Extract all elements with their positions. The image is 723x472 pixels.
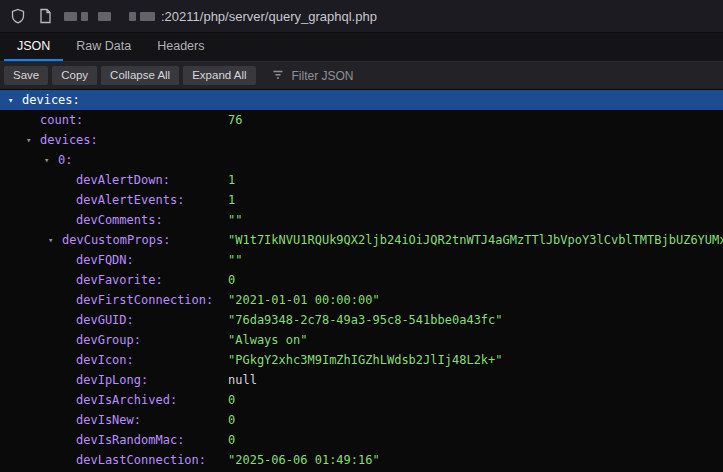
json-value: 1	[228, 170, 723, 190]
expand-toggle-icon[interactable]	[48, 230, 62, 250]
json-row-devIsRandomMac: devIsRandomMac: 0	[0, 430, 723, 450]
toggle-spacer	[62, 190, 76, 210]
json-row-devGUID: devGUID: "76da9348-2c78-49a3-95c8-541bbe…	[0, 310, 723, 330]
redacted-host-block	[129, 12, 136, 21]
filter-json-container	[272, 67, 450, 85]
json-tree: devices: count: 76 devices: 0: devAlertD…	[0, 90, 723, 470]
json-key[interactable]: devFavorite:	[76, 270, 163, 290]
collapse-all-button[interactable]: Collapse All	[101, 66, 179, 86]
json-viewer-tabbar: JSON Raw Data Headers	[0, 33, 723, 62]
toggle-spacer	[62, 330, 76, 350]
json-key[interactable]: devIsArchived:	[76, 390, 177, 410]
json-row-devices-array[interactable]: devices:	[0, 130, 723, 150]
json-key[interactable]: 0:	[58, 150, 72, 170]
json-row-devIsArchived: devIsArchived: 0	[0, 390, 723, 410]
toggle-spacer	[62, 390, 76, 410]
json-key[interactable]: devAlertEvents:	[76, 190, 184, 210]
toggle-spacer	[62, 370, 76, 390]
json-key[interactable]: devices:	[40, 130, 98, 150]
json-row-devCustomProps[interactable]: devCustomProps: "W1t7IkNVU1RQUk9QX2ljb24…	[0, 230, 723, 250]
json-row-devAlertEvents: devAlertEvents: 1	[0, 190, 723, 210]
toggle-spacer	[62, 450, 76, 470]
redacted-host-block	[98, 12, 111, 21]
json-row-devIcon: devIcon: "PGkgY2xhc3M9ImZhIGZhLWdsb2JlIj…	[0, 350, 723, 370]
expand-toggle-icon[interactable]	[8, 90, 22, 110]
url-text[interactable]: :20211/php/server/query_graphql.php	[161, 9, 377, 24]
json-row-devFavorite: devFavorite: 0	[0, 270, 723, 290]
tab-raw-data[interactable]: Raw Data	[63, 33, 144, 61]
json-row-devComments: devComments: ""	[0, 210, 723, 230]
redacted-host-block	[81, 12, 88, 21]
browser-top-bar: :20211/php/server/query_graphql.php	[0, 0, 723, 33]
json-value: "W1t7IkNVU1RQUk9QX2ljb24iOiJQR2tnWTJ4aGM…	[228, 230, 723, 250]
filter-funnel-icon	[272, 67, 284, 85]
filter-json-input[interactable]	[290, 68, 450, 84]
json-key[interactable]: devIsRandomMac:	[76, 430, 184, 450]
toggle-spacer	[62, 270, 76, 290]
redacted-host-block	[64, 12, 77, 21]
json-key[interactable]: devAlertDown:	[76, 170, 170, 190]
toggle-spacer	[62, 410, 76, 430]
json-row-devGroup: devGroup: "Always on"	[0, 330, 723, 350]
toggle-spacer	[62, 310, 76, 330]
json-value	[228, 130, 723, 150]
copy-button[interactable]: Copy	[52, 66, 97, 86]
json-value: 1	[228, 190, 723, 210]
toggle-spacer	[26, 110, 40, 130]
json-value: 0	[228, 390, 723, 410]
json-key[interactable]: devGroup:	[76, 330, 141, 350]
json-row-devIpLong: devIpLong: null	[0, 370, 723, 390]
toggle-spacer	[62, 170, 76, 190]
json-row-devIsNew: devIsNew: 0	[0, 410, 723, 430]
page-icon[interactable]	[38, 8, 52, 24]
shield-icon[interactable]	[10, 8, 26, 24]
json-toolbar: Save Copy Collapse All Expand All	[0, 62, 723, 90]
redacted-host-block	[140, 12, 155, 21]
json-row-count: count: 76	[0, 110, 723, 130]
json-value: "Always on"	[228, 330, 723, 350]
json-key[interactable]: devGUID:	[76, 310, 134, 330]
json-row-devices-root[interactable]: devices:	[0, 90, 723, 110]
json-key[interactable]: devices:	[22, 90, 80, 110]
url-bar[interactable]: :20211/php/server/query_graphql.php	[64, 9, 377, 24]
json-key[interactable]: devIcon:	[76, 350, 134, 370]
json-value: "76da9348-2c78-49a3-95c8-541bbe0a43fc"	[228, 310, 723, 330]
json-value	[228, 150, 723, 170]
json-value: 0	[228, 410, 723, 430]
tab-json[interactable]: JSON	[4, 33, 63, 61]
json-key[interactable]: devIsNew:	[76, 410, 141, 430]
expand-all-button[interactable]: Expand All	[183, 66, 255, 86]
json-value: "2021-01-01 00:00:00"	[228, 290, 723, 310]
json-value	[228, 90, 723, 110]
json-key[interactable]: devComments:	[76, 210, 163, 230]
json-key[interactable]: devFirstConnection:	[76, 290, 213, 310]
toggle-spacer	[62, 210, 76, 230]
json-row-devFQDN: devFQDN: ""	[0, 250, 723, 270]
json-row-devFirstConnection: devFirstConnection: "2021-01-01 00:00:00…	[0, 290, 723, 310]
json-value: 0	[228, 270, 723, 290]
json-value: null	[228, 370, 723, 390]
toggle-spacer	[62, 430, 76, 450]
json-value: "2025-06-06 01:49:16"	[228, 450, 723, 470]
expand-toggle-icon[interactable]	[26, 130, 40, 150]
json-row-item-0[interactable]: 0:	[0, 150, 723, 170]
tab-headers[interactable]: Headers	[144, 33, 217, 61]
save-button[interactable]: Save	[4, 66, 48, 86]
toggle-spacer	[62, 350, 76, 370]
json-value: ""	[228, 250, 723, 270]
toggle-spacer	[62, 250, 76, 270]
json-key[interactable]: devCustomProps:	[62, 230, 170, 250]
json-value: "PGkgY2xhc3M9ImZhIGZhLWdsb2JlIj48L2k+"	[228, 350, 723, 370]
json-row-devAlertDown: devAlertDown: 1	[0, 170, 723, 190]
json-value: 76	[228, 110, 723, 130]
json-value: 0	[228, 430, 723, 450]
toggle-spacer	[62, 290, 76, 310]
json-key[interactable]: count:	[40, 110, 83, 130]
json-value: ""	[228, 210, 723, 230]
json-key[interactable]: devIpLong:	[76, 370, 148, 390]
json-row-devLastConnection: devLastConnection: "2025-06-06 01:49:16"	[0, 450, 723, 470]
expand-toggle-icon[interactable]	[44, 150, 58, 170]
json-key[interactable]: devLastConnection:	[76, 450, 206, 470]
json-key[interactable]: devFQDN:	[76, 250, 134, 270]
